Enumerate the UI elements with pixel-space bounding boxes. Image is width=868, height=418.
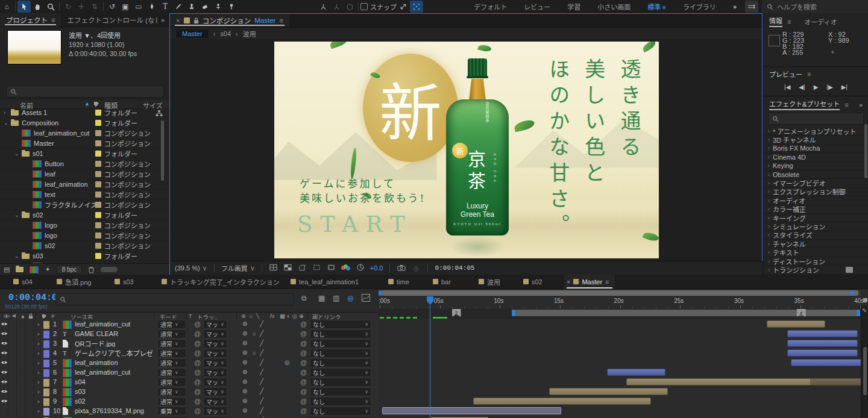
layer-duration-bar-GAME CLEAR[interactable] xyxy=(787,330,858,337)
visibility-toggle[interactable] xyxy=(0,367,8,376)
blend-mode-dropdown[interactable]: 乗算∨ xyxy=(157,407,186,416)
disclosure-icon[interactable]: › xyxy=(768,267,770,273)
transparency-grid-icon[interactable] xyxy=(283,264,293,272)
roto-brush-tool-icon[interactable] xyxy=(212,1,225,13)
solo-toggle[interactable] xyxy=(17,358,25,367)
label-swatch[interactable] xyxy=(95,253,101,259)
disclosure-icon[interactable]: › xyxy=(768,137,770,143)
panel-menu-icon[interactable]: ≡ xyxy=(605,278,609,285)
expand-layer-icon[interactable]: › xyxy=(37,397,40,405)
new-folder-icon[interactable] xyxy=(16,267,24,272)
trkmat-dropdown[interactable]: マッ∨ xyxy=(203,368,227,377)
audio-toggle[interactable] xyxy=(8,387,17,396)
timeline-tab-bar[interactable]: bar xyxy=(430,275,476,289)
comp-marker-2[interactable]: 2 xyxy=(452,309,461,317)
expand-layer-icon[interactable]: › xyxy=(37,368,40,376)
effects-panel-title[interactable]: エフェクト&プリセット xyxy=(769,99,840,110)
blend-mode-dropdown[interactable]: 通常∨ xyxy=(157,387,186,396)
label-swatch[interactable] xyxy=(43,398,49,406)
exposure-value[interactable]: +0.0 xyxy=(370,264,383,272)
audio-toggle[interactable] xyxy=(8,319,17,328)
visibility-toggle[interactable] xyxy=(0,396,8,405)
blend-mode-dropdown[interactable]: 通常∨ xyxy=(157,339,186,348)
trkmat-pickwhip-icon[interactable]: @ xyxy=(194,378,201,385)
lock-toggle[interactable] xyxy=(25,348,34,357)
trash-icon[interactable] xyxy=(88,266,95,273)
audio-toggle[interactable] xyxy=(8,358,17,367)
parent-dropdown[interactable]: なし∨ xyxy=(310,368,371,377)
effect-category[interactable]: ›キーイング xyxy=(763,214,868,222)
layer-name[interactable]: ゲームクリアで...本プレゼント。 xyxy=(75,349,153,357)
viewer-timecode[interactable]: 0:00:04:05 xyxy=(435,264,474,272)
selection-tool-icon[interactable] xyxy=(17,1,31,13)
collapse-switch[interactable]: ⊛ xyxy=(242,407,247,414)
label-swatch[interactable] xyxy=(43,408,49,416)
audio-toggle[interactable] xyxy=(8,329,17,338)
trkmat-pickwhip-icon[interactable]: @ xyxy=(194,349,201,357)
disclosure-icon[interactable]: › xyxy=(768,154,770,160)
expand-layer-icon[interactable]: › xyxy=(37,329,40,337)
disclosure-icon[interactable]: › xyxy=(768,258,770,264)
label-swatch[interactable] xyxy=(95,110,101,116)
sort-ascending-icon[interactable]: ▲ xyxy=(84,101,90,107)
workspace-デフォルト[interactable]: デフォルト xyxy=(465,2,515,11)
quill-icon[interactable]: ✎ xyxy=(862,307,867,314)
layer-row-s02[interactable]: ›9s02通常∨@マッ∨⊛╱@なし∨ xyxy=(0,396,379,407)
visibility-toggle[interactable] xyxy=(0,358,8,367)
expand-layer-icon[interactable]: › xyxy=(37,387,40,395)
lock-toggle[interactable] xyxy=(25,338,34,348)
trkmat-dropdown[interactable]: マッ∨ xyxy=(203,320,227,329)
layer-duration-bar-leaf_animation_cut[interactable] xyxy=(607,369,666,376)
work-area-start-handle[interactable] xyxy=(512,310,515,316)
axis-view-icon[interactable] xyxy=(343,1,356,13)
pen-tool-icon[interactable] xyxy=(145,1,159,13)
guides-icon[interactable] xyxy=(327,264,336,272)
trkmat-pickwhip-icon[interactable]: @ xyxy=(194,320,201,328)
quality-switch[interactable]: ╱ xyxy=(260,397,263,405)
project-item-s02[interactable]: s02コンポジション xyxy=(0,241,169,251)
layer-name[interactable]: leaf_animation xyxy=(75,358,118,366)
panel-menu-icon[interactable]: ≡ xyxy=(844,101,848,108)
parent-dropdown[interactable]: なし∨ xyxy=(310,339,371,348)
adjustment-icon[interactable]: ✦ xyxy=(45,266,50,273)
motion-blur-master-icon[interactable]: ◎ xyxy=(347,294,353,302)
gizmo-mode-icon[interactable] xyxy=(410,1,423,13)
trkmat-pickwhip-icon[interactable]: @ xyxy=(194,368,201,376)
draft-3d-icon[interactable]: ▦ xyxy=(318,294,325,302)
collapse-switch[interactable]: ⊛ xyxy=(242,339,247,347)
label-swatch[interactable] xyxy=(95,243,101,249)
trkmat-pickwhip-icon[interactable]: @ xyxy=(194,397,201,405)
layer-row-leaf_animation_cut[interactable]: ›6leaf_animation_cut通常∨@マッ∨⊛╱@なし∨ xyxy=(0,367,379,378)
marker-strip[interactable]: 24 xyxy=(379,308,861,320)
layer-lane[interactable] xyxy=(379,358,861,368)
workspace-標準[interactable]: 標準 ≡ xyxy=(639,2,675,11)
label-swatch[interactable] xyxy=(95,120,101,126)
label-swatch[interactable] xyxy=(43,379,49,387)
effect-category[interactable]: ›Cinema 4D xyxy=(763,153,868,161)
effects-search-input[interactable] xyxy=(768,113,864,125)
disclosure-icon[interactable]: › xyxy=(768,206,770,212)
effect-category[interactable]: ›イマーシブビデオ xyxy=(763,179,868,187)
viewer-canvas-area[interactable]: 新 透き通る美しい色とほのかな甘さ。 ゲームに参加して 美味しいお茶を飲もう! … xyxy=(170,39,762,261)
lock-toggle[interactable] xyxy=(25,396,34,405)
time-ruler[interactable]: :00s05s10s15s20s25s30s35s40s xyxy=(379,296,861,309)
quality-switch[interactable]: ╱ xyxy=(260,329,263,337)
layer-row-s03[interactable]: ›8s03通常∨@マッ∨⊛╱@なし∨ xyxy=(0,387,379,397)
lock-toggle[interactable] xyxy=(25,416,34,418)
close-icon[interactable]: × xyxy=(176,17,180,24)
parent-pickwhip-icon[interactable]: @ xyxy=(300,339,307,347)
project-item-logo[interactable]: logoコンポジション xyxy=(0,231,169,241)
label-column-icon[interactable] xyxy=(93,101,99,107)
parent-dropdown[interactable]: なし∨ xyxy=(310,349,371,358)
axis-world-icon[interactable] xyxy=(330,1,343,13)
disclosure-icon[interactable]: › xyxy=(768,163,770,169)
panel-menu-icon[interactable]: ≡ xyxy=(807,70,811,78)
first-frame-button[interactable]: |◀ xyxy=(784,84,790,90)
composition-canvas[interactable]: 新 透き通る美しい色とほのかな甘さ。 ゲームに参加して 美味しいお茶を飲もう! … xyxy=(274,42,659,258)
collapse-switch[interactable]: ⊛ xyxy=(242,320,247,328)
effect-category[interactable]: ›Obsolete xyxy=(763,170,868,179)
layer-name[interactable]: leaf_animation_cut xyxy=(75,320,130,328)
trkmat-pickwhip-icon[interactable]: @ xyxy=(194,339,201,347)
blend-mode-dropdown[interactable]: 通常∨ xyxy=(157,368,186,377)
shy-layers-icon[interactable]: ▥ xyxy=(333,294,339,302)
